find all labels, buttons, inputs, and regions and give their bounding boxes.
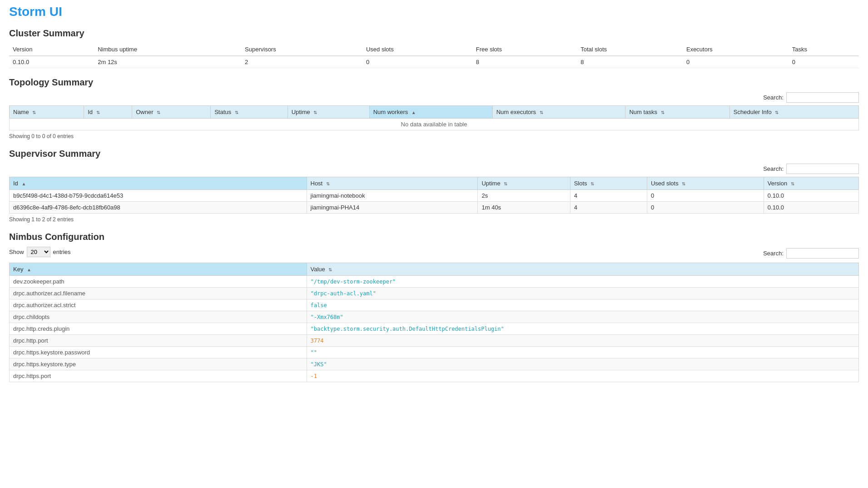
topology-showing-text: Showing 0 to 0 of 0 entries [9, 133, 859, 139]
nimbus-key: dev.zookeeper.path [10, 276, 307, 288]
sort-icon-status: ⇅ [235, 110, 238, 115]
nimbus-config-table: Key ▲ Value ⇅ dev.zookeeper.path "/tmp/d… [9, 263, 859, 382]
nimbus-row: drpc.childopts "-Xmx768m" [10, 311, 859, 323]
cluster-executors: 0 [683, 56, 789, 68]
nimbus-key: drpc.https.port [10, 370, 307, 382]
supervisor-col-used-slots[interactable]: Used slots ⇅ [647, 177, 764, 190]
col-total-slots: Total slots [577, 43, 683, 56]
nimbus-col-value[interactable]: Value ⇅ [307, 263, 859, 276]
cluster-tasks: 0 [789, 56, 859, 68]
supervisor-search-input[interactable] [786, 164, 859, 174]
nimbus-value: "/tmp/dev-storm-zookeeper" [307, 276, 859, 288]
supervisor-search-label: Search: [763, 165, 784, 172]
sort-icon-id: ⇅ [96, 110, 100, 115]
supervisor-version: 0.10.0 [764, 190, 858, 202]
topology-col-num-tasks[interactable]: Num tasks ⇅ [625, 106, 729, 119]
nimbus-config-title: Nimbus Configuration [9, 232, 859, 242]
topology-col-owner[interactable]: Owner ⇅ [132, 106, 211, 119]
nimbus-row: drpc.authorizer.acl.strict false [10, 299, 859, 311]
nimbus-key: drpc.http.port [10, 335, 307, 347]
supervisor-id: d6396c8e-4af9-4786-8efc-dcb18fb60a98 [10, 202, 307, 214]
topology-summary-title: Topology Summary [9, 77, 859, 88]
supervisor-row: d6396c8e-4af9-4786-8efc-dcb18fb60a98 jia… [10, 202, 859, 214]
topology-col-name[interactable]: Name ⇅ [10, 106, 84, 119]
topology-summary-table: Name ⇅ Id ⇅ Owner ⇅ Status ⇅ Uptime ⇅ Nu… [9, 105, 859, 130]
nimbus-value: "drpc-auth-acl.yaml" [307, 288, 859, 299]
col-executors: Executors [683, 43, 789, 56]
nimbus-key: drpc.authorizer.acl.filename [10, 288, 307, 299]
supervisor-search-row: Search: [9, 164, 859, 174]
supervisor-showing-text: Showing 1 to 2 of 2 entries [9, 216, 859, 223]
topology-search-row: Search: [9, 92, 859, 103]
nimbus-value: "-Xmx768m" [307, 311, 859, 323]
sort-icon-num-tasks: ⇅ [661, 110, 665, 115]
entries-label: entries [53, 249, 71, 255]
supervisor-summary-table: Id ▲ Host ⇅ Uptime ⇅ Slots ⇅ Used slots … [9, 177, 859, 214]
sort-icon-supervisor-used-slots: ⇅ [682, 181, 685, 186]
sort-icon-nimbus-key: ▲ [27, 267, 31, 272]
cluster-used-slots: 0 [362, 56, 472, 68]
sort-icon-uptime: ⇅ [313, 110, 317, 115]
nimbus-search-row: Search: [763, 248, 859, 259]
sort-icon-supervisor-slots: ⇅ [590, 181, 594, 186]
col-tasks: Tasks [789, 43, 859, 56]
cluster-supervisors: 2 [241, 56, 362, 68]
supervisor-row: b9c5f498-d4c1-438d-b759-9cdcda614e53 jia… [10, 190, 859, 202]
nimbus-row: drpc.authorizer.acl.filename "drpc-auth-… [10, 288, 859, 299]
sort-icon-scheduler-info: ⇅ [775, 110, 779, 115]
topology-col-scheduler-info[interactable]: Scheduler Info ⇅ [729, 106, 858, 119]
supervisor-col-slots[interactable]: Slots ⇅ [570, 177, 647, 190]
nimbus-row: drpc.https.port -1 [10, 370, 859, 382]
topology-col-status[interactable]: Status ⇅ [211, 106, 288, 119]
nimbus-row: drpc.https.keystore.password "" [10, 347, 859, 359]
show-entries-select[interactable]: 102050100 [27, 247, 50, 257]
nimbus-key: drpc.http.creds.plugin [10, 323, 307, 335]
nimbus-search-input[interactable] [786, 248, 859, 259]
nimbus-row: dev.zookeeper.path "/tmp/dev-storm-zooke… [10, 276, 859, 288]
nimbus-value: false [307, 299, 859, 311]
sort-icon-num-executors: ⇅ [540, 110, 543, 115]
supervisor-col-uptime[interactable]: Uptime ⇅ [478, 177, 570, 190]
col-free-slots: Free slots [472, 43, 577, 56]
sort-icon-supervisor-id: ▲ [21, 181, 26, 186]
nimbus-value: "" [307, 347, 859, 359]
supervisor-used-slots: 0 [647, 202, 764, 214]
nimbus-col-key[interactable]: Key ▲ [10, 263, 307, 276]
col-nimbus-uptime: Nimbus uptime [94, 43, 241, 56]
supervisor-col-id[interactable]: Id ▲ [10, 177, 307, 190]
supervisor-slots: 4 [570, 202, 647, 214]
col-supervisors: Supervisors [241, 43, 362, 56]
nimbus-row: drpc.http.creds.plugin "backtype.storm.s… [10, 323, 859, 335]
cluster-version: 0.10.0 [9, 56, 94, 68]
nimbus-row: drpc.https.keystore.type "JKS" [10, 359, 859, 370]
col-used-slots: Used slots [362, 43, 472, 56]
sort-icon-nimbus-value: ⇅ [328, 267, 332, 272]
topology-col-num-executors[interactable]: Num executors ⇅ [492, 106, 625, 119]
app-title: Storm UI [9, 5, 859, 19]
supervisor-id: b9c5f498-d4c1-438d-b759-9cdcda614e53 [10, 190, 307, 202]
sort-icon-name: ⇅ [32, 110, 36, 115]
supervisor-uptime: 2s [478, 190, 570, 202]
nimbus-key: drpc.childopts [10, 311, 307, 323]
cluster-row: 0.10.0 2m 12s 2 0 8 8 0 0 [9, 56, 859, 68]
cluster-total-slots: 8 [577, 56, 683, 68]
nimbus-show-entries-row: Show 102050100 entries [9, 247, 71, 257]
cluster-summary-table: Version Nimbus uptime Supervisors Used s… [9, 43, 859, 68]
sort-icon-owner: ⇅ [157, 110, 160, 115]
supervisor-col-version[interactable]: Version ⇅ [764, 177, 858, 190]
nimbus-search-label: Search: [763, 250, 784, 257]
topology-col-id[interactable]: Id ⇅ [84, 106, 132, 119]
nimbus-key: drpc.https.keystore.password [10, 347, 307, 359]
topology-col-num-workers[interactable]: Num workers ▲ [369, 106, 492, 119]
topology-col-uptime[interactable]: Uptime ⇅ [288, 106, 369, 119]
supervisor-col-host[interactable]: Host ⇅ [307, 177, 478, 190]
topology-search-input[interactable] [786, 92, 859, 103]
sort-icon-supervisor-version: ⇅ [791, 181, 794, 186]
nimbus-value: -1 [307, 370, 859, 382]
cluster-free-slots: 8 [472, 56, 577, 68]
topology-no-data-row: No data available in table [10, 119, 859, 130]
supervisor-summary-title: Supervisor Summary [9, 149, 859, 159]
nimbus-row: drpc.http.port 3774 [10, 335, 859, 347]
sort-icon-supervisor-host: ⇅ [326, 181, 330, 186]
supervisor-host: jiamingmai-PHA14 [307, 202, 478, 214]
